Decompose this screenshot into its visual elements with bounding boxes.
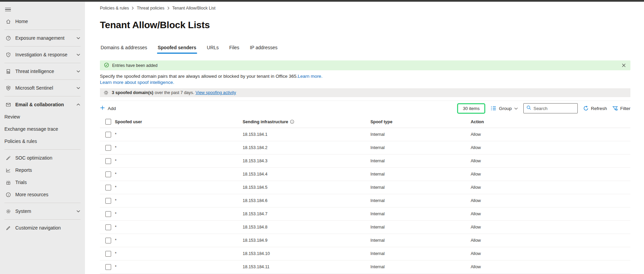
sidebar-item-label: Investigation & response [15,52,76,57]
header-sending-infrastructure[interactable]: Sending infrastructure [243,120,288,124]
breadcrumb-current: Tenant Allow/Block List [172,6,215,11]
header-spoof-type[interactable]: Spoof type [370,120,471,124]
table-row[interactable]: * 18.153.184.6 Internal Allow [100,194,630,207]
cell-spoof-type: Internal [370,172,471,177]
row-checkbox[interactable] [105,185,111,190]
row-checkbox[interactable] [105,145,111,151]
cell-spoof-type: Internal [370,251,471,256]
cell-action: Allow [471,185,630,190]
hamburger-icon [5,7,11,13]
row-checkbox[interactable] [105,198,111,204]
tab-urls[interactable]: URLs [206,43,220,54]
cell-spoof-type: Internal [370,132,471,137]
table-row[interactable]: * 18.153.184.1 Internal Allow [100,128,630,141]
tab-spoofed-senders[interactable]: Spoofed senders [157,43,197,54]
sidebar-item-label: Microsoft Sentinel [15,85,76,91]
cell-action: Allow [471,198,630,203]
sidebar-item-exchange-message-trace[interactable]: Exchange message trace [0,123,85,135]
cell-spoofed-user: * [115,159,243,163]
cell-spoofed-user: * [115,198,243,203]
sidebar-item-customize-navigation[interactable]: Customize navigation [0,222,85,234]
tab-ip-addresses[interactable]: IP addresses [249,43,278,54]
sidebar-item-system[interactable]: System [0,205,85,217]
table-row[interactable]: * 18.153.184.4 Internal Allow [100,168,630,181]
cell-spoofed-user: * [115,145,243,150]
row-checkbox[interactable] [105,171,111,177]
cell-spoofed-user: * [115,185,243,190]
cell-action: Allow [471,251,630,256]
main-content: Policies & rules Threat policies Tenant … [85,2,644,274]
select-all-checkbox[interactable] [105,119,111,125]
row-checkbox[interactable] [105,238,111,243]
sidebar-item-microsoft-sentinel[interactable]: Microsoft Sentinel [0,82,85,94]
insight-text: over the past 7 days. [155,90,194,95]
table-row[interactable]: * 18.153.184.10 Internal Allow [100,247,630,260]
header-action[interactable]: Action [471,120,630,124]
cell-spoofed-user: * [115,264,243,269]
table-row[interactable]: * 18.153.184.11 Internal Allow [100,260,630,274]
cell-sending-infrastructure: 18.153.184.8 [243,225,370,230]
breadcrumb-policies-rules[interactable]: Policies & rules [100,6,129,11]
cell-sending-infrastructure: 18.153.184.11 [243,264,370,269]
cell-spoofed-user: * [115,212,243,216]
add-button[interactable]: Add [100,105,116,111]
row-checkbox[interactable] [105,158,111,164]
sidebar-item-review[interactable]: Review [0,111,85,123]
breadcrumb: Policies & rules Threat policies Tenant … [100,5,630,12]
divider [4,46,81,47]
cell-spoof-type: Internal [370,225,471,230]
close-icon[interactable] [621,63,626,68]
filter-button[interactable]: Filter [612,106,630,111]
chevron-up-icon [76,103,80,106]
row-checkbox[interactable] [105,224,111,230]
row-checkbox[interactable] [105,264,111,270]
row-checkbox[interactable] [105,251,111,257]
tab-files[interactable]: Files [229,43,240,54]
table-row[interactable]: * 18.153.184.5 Internal Allow [100,181,630,194]
sidebar-item-more-resources[interactable]: More resources [0,188,85,201]
sidebar-item-reports[interactable]: Reports [0,164,85,176]
chevron-down-icon [76,36,80,40]
sidebar-item-label: Threat intelligence [15,69,76,74]
sidebar-item-soc-optimization[interactable]: SOC optimization [0,152,85,164]
search-input[interactable] [534,106,575,111]
group-button[interactable]: Group [491,106,518,111]
view-spoofing-activity-link[interactable]: View spoofing activity [195,90,236,95]
banner-message: Entries have been added [112,63,157,68]
breadcrumb-threat-policies[interactable]: Threat policies [137,6,164,11]
items-count-badge: 30 items [457,103,485,114]
table-row[interactable]: * 18.153.184.3 Internal Allow [100,154,630,168]
sidebar-item-policies-rules[interactable]: Policies & rules [0,135,85,147]
spoofed-domains-count: 3 spoofed domain(s) [112,90,153,95]
table-row[interactable]: * 18.153.184.8 Internal Allow [100,221,630,234]
info-icon[interactable] [290,120,294,124]
filter-button-label: Filter [620,106,630,111]
line-chart-icon [5,167,11,173]
table-row[interactable]: * 18.153.184.2 Internal Allow [100,141,630,154]
learn-more-link[interactable]: Learn more. [298,74,323,79]
sidebar-item-threat-intelligence[interactable]: Threat intelligence [0,65,85,77]
refresh-button[interactable]: Refresh [583,106,607,111]
spoof-intelligence-link[interactable]: Learn more about spoof intelligence. [100,80,174,85]
gear-icon [5,208,11,214]
table-row[interactable]: * 18.153.184.7 Internal Allow [100,207,630,221]
chevron-right-icon [167,6,170,10]
email-icon [5,102,11,108]
header-spoofed-user[interactable]: Spoofed user [115,120,243,124]
cell-spoofed-user: * [115,132,243,137]
sidebar-item-trials[interactable]: Trials [0,176,85,188]
shield-alert-icon [5,52,11,58]
tab-domains-addresses[interactable]: Domains & addresses [100,43,148,54]
row-checkbox[interactable] [105,211,111,217]
sidebar-item-exposure-management[interactable]: Exposure management [0,32,85,44]
row-checkbox[interactable] [105,132,111,138]
sidebar-item-home[interactable]: Home [0,15,85,28]
sidebar-item-label: Email & collaboration [15,102,76,107]
sidebar-item-email-collaboration[interactable]: Email & collaboration [0,98,85,111]
hamburger-menu-button[interactable] [0,4,85,15]
cell-action: Allow [471,145,630,150]
divider [4,96,81,96]
cell-spoof-type: Internal [370,198,471,203]
sidebar-item-investigation-response[interactable]: Investigation & response [0,49,85,61]
table-row[interactable]: * 18.153.184.9 Internal Allow [100,234,630,247]
